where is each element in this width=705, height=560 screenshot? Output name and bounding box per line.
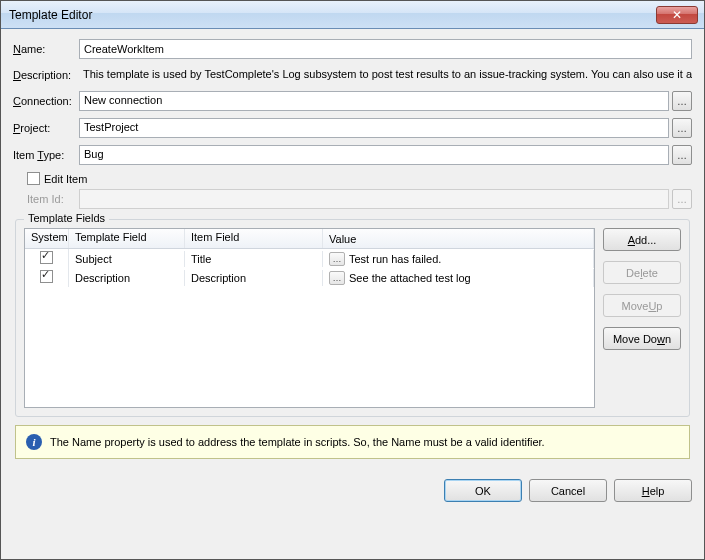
cell-value: Test run has failed. xyxy=(349,253,441,265)
window-title: Template Editor xyxy=(7,8,656,22)
connection-row: Connection: New connection … xyxy=(13,91,692,111)
table-row[interactable]: Description Description …See the attache… xyxy=(25,268,594,287)
edit-item-row: Edit Item xyxy=(27,172,692,185)
fields-grid[interactable]: System Template Field Item Field Value S… xyxy=(24,228,595,408)
name-input[interactable] xyxy=(79,39,692,59)
value-edit-button[interactable]: … xyxy=(329,252,345,266)
col-header-system[interactable]: System xyxy=(25,229,69,248)
item-type-label: Item Type: xyxy=(13,149,79,161)
move-down-button[interactable]: Move Down xyxy=(603,327,681,350)
add-button[interactable]: Add... xyxy=(603,228,681,251)
project-label: Project: xyxy=(13,122,79,134)
cell-template: Description xyxy=(69,270,185,286)
info-icon: i xyxy=(26,434,42,450)
project-input[interactable]: TestProject xyxy=(79,118,669,138)
delete-button: Delete xyxy=(603,261,681,284)
dialog-content: Name: Description: This template is used… xyxy=(1,29,704,473)
item-id-row: Item Id: … xyxy=(27,189,692,209)
info-box: i The Name property is used to address t… xyxy=(15,425,690,459)
project-browse-button[interactable]: … xyxy=(672,118,692,138)
help-button[interactable]: Help xyxy=(614,479,692,502)
titlebar: Template Editor ✕ xyxy=(1,1,704,29)
col-header-template[interactable]: Template Field xyxy=(69,229,185,248)
connection-input[interactable]: New connection xyxy=(79,91,669,111)
item-type-input[interactable]: Bug xyxy=(79,145,669,165)
item-id-label: Item Id: xyxy=(27,193,79,205)
col-header-value[interactable]: Value xyxy=(323,229,594,248)
template-fields-legend: Template Fields xyxy=(24,212,109,224)
description-row: Description: This template is used by Te… xyxy=(13,66,692,84)
fields-side-buttons: Add... Delete Move Up Move Down xyxy=(603,228,681,408)
table-row[interactable]: Subject Title …Test run has failed. xyxy=(25,249,594,268)
col-header-item[interactable]: Item Field xyxy=(185,229,323,248)
item-id-input xyxy=(79,189,669,209)
row-system-checkbox[interactable] xyxy=(40,270,53,283)
row-system-checkbox[interactable] xyxy=(40,251,53,264)
template-fields-group: Template Fields System Template Field It… xyxy=(15,219,690,417)
connection-label: Connection: xyxy=(13,95,79,107)
item-id-browse-button: … xyxy=(672,189,692,209)
description-label: Description: xyxy=(13,69,79,81)
name-label: Name: xyxy=(13,43,79,55)
connection-browse-button[interactable]: … xyxy=(672,91,692,111)
cell-item: Title xyxy=(185,251,323,267)
project-row: Project: TestProject … xyxy=(13,118,692,138)
edit-item-checkbox[interactable] xyxy=(27,172,40,185)
edit-item-label: Edit Item xyxy=(44,173,87,185)
grid-header: System Template Field Item Field Value xyxy=(25,229,594,249)
cell-template: Subject xyxy=(69,251,185,267)
info-text: The Name property is used to address the… xyxy=(50,436,545,448)
cancel-button[interactable]: Cancel xyxy=(529,479,607,502)
cell-value: See the attached test log xyxy=(349,272,471,284)
ok-button[interactable]: OK xyxy=(444,479,522,502)
description-value[interactable]: This template is used by TestComplete's … xyxy=(79,66,692,84)
item-type-browse-button[interactable]: … xyxy=(672,145,692,165)
move-up-button: Move Up xyxy=(603,294,681,317)
cell-item: Description xyxy=(185,270,323,286)
value-edit-button[interactable]: … xyxy=(329,271,345,285)
item-type-row: Item Type: Bug … xyxy=(13,145,692,165)
name-row: Name: xyxy=(13,39,692,59)
dialog-footer: OK Cancel Help xyxy=(1,473,704,512)
close-button[interactable]: ✕ xyxy=(656,6,698,24)
close-icon: ✕ xyxy=(672,9,682,21)
